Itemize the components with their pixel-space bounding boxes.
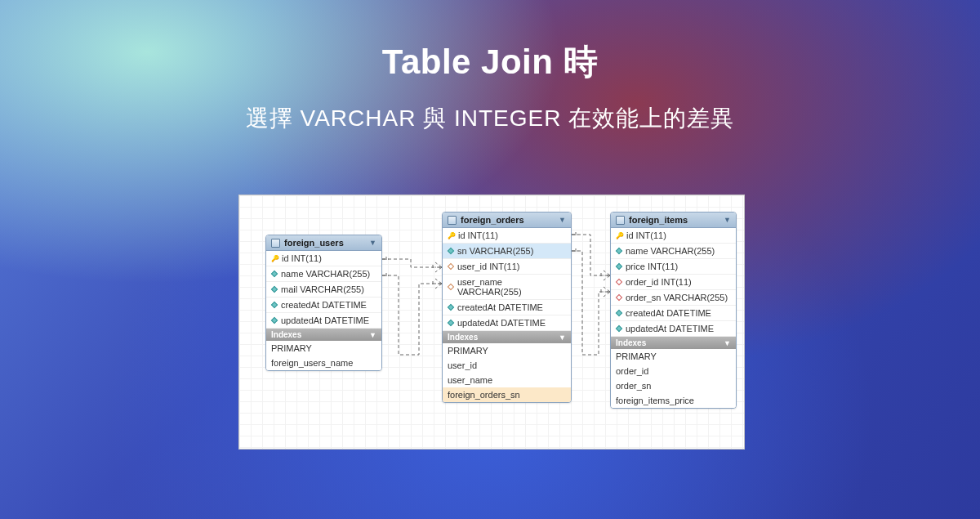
column-label: sn VARCHAR(255) <box>457 246 533 256</box>
table-name: foreign_orders <box>461 215 524 225</box>
column-row[interactable]: price INT(11) <box>611 259 736 275</box>
column-label: order_id INT(11) <box>626 277 692 287</box>
column-label: id INT(11) <box>626 230 666 240</box>
column-label: createdAt DATETIME <box>457 302 543 312</box>
column-label: updatedAt DATETIME <box>626 324 714 333</box>
table-foreign-items[interactable]: foreign_items ▼ id INT(11) name VARCHAR(… <box>610 212 737 409</box>
key-icon <box>448 232 455 239</box>
indexes-section[interactable]: Indexes▼ <box>611 337 736 349</box>
column-row[interactable]: updatedAt DATETIME <box>611 321 736 337</box>
column-row[interactable]: name VARCHAR(255) <box>266 266 381 282</box>
table-foreign-users[interactable]: foreign_users ▼ id INT(11) name VARCHAR(… <box>265 235 382 371</box>
column-label: updatedAt DATETIME <box>457 318 546 328</box>
key-icon <box>271 255 278 262</box>
column-label: updatedAt DATETIME <box>281 315 369 325</box>
chevron-down-icon: ▼ <box>724 216 731 224</box>
column-label: createdAt DATETIME <box>281 300 367 310</box>
section-label: Indexes <box>271 330 301 339</box>
section-label: Indexes <box>448 333 478 342</box>
column-label: name VARCHAR(255) <box>626 246 715 256</box>
index-row[interactable]: foreign_orders_sn <box>443 387 571 402</box>
index-row[interactable]: foreign_items_price <box>611 393 736 408</box>
column-row[interactable]: createdAt DATETIME <box>611 306 736 321</box>
column-row[interactable]: name VARCHAR(255) <box>611 244 736 259</box>
table-icon <box>271 239 280 248</box>
table-name: foreign_items <box>629 215 688 225</box>
column-row[interactable]: createdAt DATETIME <box>266 298 381 313</box>
column-row[interactable]: order_sn VARCHAR(255) <box>611 290 736 306</box>
column-label: price INT(11) <box>626 262 678 271</box>
column-row[interactable]: user_name VARCHAR(255) <box>443 275 571 300</box>
indexes-section[interactable]: Indexes▼ <box>266 329 381 341</box>
column-label: user_name VARCHAR(255) <box>457 277 566 297</box>
section-label: Indexes <box>616 338 646 347</box>
diamond-icon <box>616 325 622 332</box>
column-row[interactable]: mail VARCHAR(255) <box>266 282 381 298</box>
index-row[interactable]: foreign_users_name <box>266 356 381 370</box>
diamond-icon <box>616 294 622 301</box>
column-label: id INT(11) <box>282 253 322 263</box>
page-title: Table Join 時 <box>0 39 980 85</box>
diamond-icon <box>448 248 454 254</box>
table-header[interactable]: foreign_items ▼ <box>611 213 736 228</box>
diamond-icon <box>271 271 278 277</box>
column-row[interactable]: updatedAt DATETIME <box>266 313 381 329</box>
column-row[interactable]: id INT(11) <box>443 228 571 244</box>
table-icon <box>616 216 625 225</box>
table-header[interactable]: foreign_users ▼ <box>266 235 381 251</box>
column-row[interactable]: user_id INT(11) <box>443 259 571 275</box>
key-icon <box>616 232 623 239</box>
index-row[interactable]: user_id <box>443 358 571 373</box>
indexes-section[interactable]: Indexes▼ <box>443 331 571 343</box>
chevron-down-icon: ▼ <box>369 239 376 247</box>
erd-canvas: foreign_users ▼ id INT(11) name VARCHAR(… <box>238 195 745 450</box>
chevron-down-icon: ▼ <box>724 339 731 347</box>
column-row[interactable]: id INT(11) <box>611 228 736 244</box>
column-row[interactable]: createdAt DATETIME <box>443 300 571 315</box>
column-label: user_id INT(11) <box>457 262 519 271</box>
index-row[interactable]: user_name <box>443 373 571 387</box>
table-name: foreign_users <box>284 238 344 248</box>
chevron-down-icon: ▼ <box>559 216 566 224</box>
diamond-icon <box>448 284 454 290</box>
chevron-down-icon: ▼ <box>559 333 566 342</box>
chevron-down-icon: ▼ <box>369 331 376 339</box>
diamond-icon <box>271 302 278 308</box>
diamond-icon <box>616 263 622 270</box>
index-row[interactable]: PRIMARY <box>266 341 381 356</box>
diamond-icon <box>448 320 454 326</box>
diamond-icon <box>448 304 454 311</box>
index-row[interactable]: PRIMARY <box>611 349 736 364</box>
page-subtitle: 選擇 VARCHAR 與 INTEGER 在效能上的差異 <box>0 103 980 134</box>
column-label: mail VARCHAR(255) <box>281 284 364 294</box>
column-label: id INT(11) <box>458 230 498 240</box>
index-row[interactable]: order_sn <box>611 378 736 393</box>
diamond-icon <box>271 286 278 293</box>
table-icon <box>448 216 457 225</box>
diamond-icon <box>448 263 454 270</box>
diamond-icon <box>616 310 622 316</box>
index-row[interactable]: order_id <box>611 364 736 378</box>
diamond-icon <box>271 317 278 324</box>
diamond-icon <box>616 248 622 254</box>
column-row[interactable]: sn VARCHAR(255) <box>443 244 571 259</box>
table-foreign-orders[interactable]: foreign_orders ▼ id INT(11) sn VARCHAR(2… <box>442 212 572 403</box>
column-row[interactable]: updatedAt DATETIME <box>443 315 571 331</box>
index-row[interactable]: PRIMARY <box>443 343 571 358</box>
column-label: order_sn VARCHAR(255) <box>626 293 728 302</box>
diamond-icon <box>616 279 622 285</box>
column-row[interactable]: order_id INT(11) <box>611 275 736 290</box>
column-row[interactable]: id INT(11) <box>266 251 381 266</box>
column-label: createdAt DATETIME <box>626 308 711 318</box>
table-header[interactable]: foreign_orders ▼ <box>443 213 571 228</box>
column-label: name VARCHAR(255) <box>281 269 370 279</box>
